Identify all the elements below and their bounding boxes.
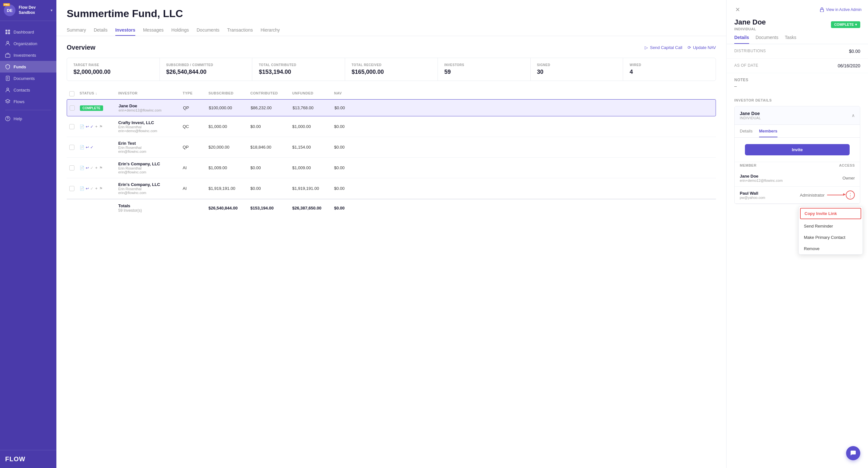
- tab-summary[interactable]: Summary: [67, 25, 86, 36]
- td-type: AI: [180, 165, 206, 170]
- panel-field-asofdate: As of Date 06/16/2020: [726, 59, 868, 73]
- select-all-checkbox[interactable]: [67, 91, 77, 96]
- tab-hierarchy[interactable]: Hierarchy: [261, 25, 280, 36]
- stat-value: $2,000,000.00: [73, 69, 153, 76]
- row-checkbox[interactable]: [67, 124, 77, 129]
- panel-close-button[interactable]: ✕: [733, 5, 742, 14]
- tab-messages[interactable]: Messages: [143, 25, 164, 36]
- dropdown-copy-invite-link[interactable]: Copy Invite Link: [800, 208, 861, 219]
- row-checkbox[interactable]: [67, 186, 77, 191]
- chat-button[interactable]: [846, 446, 860, 460]
- tab-holdings[interactable]: Holdings: [172, 25, 189, 36]
- investor-card-info: Jane Doe INDIVIDUAL: [740, 111, 761, 120]
- row-checkbox[interactable]: [67, 145, 77, 150]
- view-in-active-admin-button[interactable]: View in Active Admin: [820, 7, 862, 12]
- dropdown-make-primary[interactable]: Make Primary Contact: [799, 232, 863, 243]
- notes-value: –: [726, 84, 868, 93]
- chevron-down-icon: ▾: [855, 23, 857, 27]
- icon-flag: ⚑: [99, 186, 103, 191]
- row-checkbox[interactable]: [67, 106, 77, 111]
- tab-details[interactable]: Details: [94, 25, 107, 36]
- member-info: Jane Doe erin+demo12@flowinc.com: [740, 174, 783, 182]
- table-header-row: STATUS ↓ INVESTOR TYPE SUBSCRIBED CONTRI…: [67, 89, 716, 99]
- panel-tab-details[interactable]: Details: [734, 35, 749, 44]
- panel-complete-badge[interactable]: COMPLETE ▾: [831, 21, 860, 28]
- send-capital-call-button[interactable]: ▷ Send Capital Call: [645, 45, 682, 50]
- panel-tab-documents[interactable]: Documents: [755, 35, 778, 44]
- panel-person-info: Jane Doe INDIVIDUAL: [734, 18, 766, 31]
- sidebar-item-contacts[interactable]: Contacts: [0, 84, 56, 96]
- arrow-line: [827, 195, 843, 195]
- table-row[interactable]: 📄 ↩ ✓ ✦ ⚑ Erin's Company, LLC Erin Rosen…: [67, 157, 716, 178]
- investor-email: erin@flowinc.com: [118, 170, 178, 174]
- td-investor: Erin's Company, LLC Erin Rosenthal erin@…: [116, 182, 180, 195]
- td-contributed: $86,232.00: [248, 106, 290, 110]
- stat-wired: WIRED 4: [623, 58, 716, 81]
- investor-name: Crafty Invest, LLC: [118, 120, 178, 125]
- invite-button[interactable]: Invite: [745, 144, 849, 155]
- view-admin-label: View in Active Admin: [826, 7, 862, 12]
- table-row[interactable]: 📄 ↩ ✓ ✦ ⚑ Erin's Company, LLC Erin Rosen…: [67, 178, 716, 199]
- sidebar-item-help[interactable]: Help: [0, 113, 56, 124]
- td-subscribed: $1,919,191.00: [206, 186, 248, 191]
- investor-email: erin@flowinc.com: [118, 191, 178, 195]
- panel-tab-tasks[interactable]: Tasks: [785, 35, 797, 44]
- members-list: Jane Doe erin+demo12@flowinc.com Owner P…: [735, 170, 860, 204]
- sidebar-item-funds[interactable]: Funds: [0, 61, 56, 72]
- th-contributed: CONTRIBUTED: [248, 91, 290, 96]
- td-type: QP: [180, 106, 206, 110]
- svg-rect-1: [8, 30, 10, 32]
- icon-flag: ⚑: [99, 124, 103, 129]
- sidebar-header[interactable]: PRO DE Flow Dev Sandbox ▾: [0, 0, 56, 21]
- chevron-down-icon[interactable]: ▾: [51, 8, 53, 12]
- main-tabs: Summary Details Investors Messages Holdi…: [67, 25, 716, 36]
- tab-documents[interactable]: Documents: [196, 25, 219, 36]
- table-row[interactable]: 📄 ↩ ✓ Erin Test Erin Rosenthal erin@flow…: [67, 137, 716, 157]
- table-row[interactable]: COMPLETE Jane Doe erin+demo12@flowinc.co…: [67, 99, 716, 116]
- sidebar: PRO DE Flow Dev Sandbox ▾ Dashboard Orga…: [0, 0, 56, 468]
- row-checkbox[interactable]: [67, 165, 77, 171]
- investor-sub: Erin Rosenthal: [118, 166, 178, 170]
- td-contributed: $0.00: [248, 124, 290, 129]
- icon-refresh: ↩: [86, 166, 89, 170]
- row-icons: 📄 ↩ ✓ ✦ ⚑: [80, 186, 113, 191]
- sidebar-item-documents[interactable]: Documents: [0, 72, 56, 84]
- member-more-button[interactable]: ⋮: [846, 191, 855, 200]
- icon-check-circle: ✓: [90, 186, 93, 191]
- sidebar-item-investments[interactable]: Investments: [0, 49, 56, 61]
- td-status: 📄 ↩ ✓ ✦ ⚑: [77, 186, 116, 191]
- field-label: Distributions: [734, 49, 766, 53]
- field-value: $0.00: [849, 49, 860, 54]
- update-nav-button[interactable]: ⟳ Update NAV: [688, 45, 716, 50]
- th-nav: NAV: [332, 91, 364, 96]
- investor-card-name: Jane Doe: [740, 111, 761, 116]
- table-row[interactable]: 📄 ↩ ✓ ✦ ⚑ Crafty Invest, LLC Erin Rosent…: [67, 116, 716, 137]
- card-tab-details[interactable]: Details: [740, 128, 753, 137]
- stat-investors: INVESTORS 59: [438, 58, 531, 81]
- dropdown-menu: Copy Invite Link Send Reminder Make Prim…: [798, 206, 863, 255]
- doc-icon: [5, 76, 10, 81]
- tab-investors[interactable]: Investors: [115, 25, 135, 36]
- investor-sub: erin+demo12@flowinc.com: [119, 108, 178, 112]
- stat-value: 59: [444, 69, 524, 76]
- td-nav: $0.00: [332, 106, 364, 110]
- sidebar-item-dashboard[interactable]: Dashboard: [0, 26, 56, 38]
- td-type: QP: [180, 145, 206, 150]
- tab-transactions[interactable]: Transactions: [227, 25, 253, 36]
- stat-value: $153,194.00: [259, 69, 338, 76]
- td-nav: $0.00: [332, 145, 364, 150]
- member-email: erin+demo12@flowinc.com: [740, 179, 783, 182]
- avatar: PRO DE: [4, 4, 16, 16]
- arrow-indicator: [827, 195, 843, 195]
- td-status: COMPLETE: [77, 106, 116, 110]
- td-unfunded: $1,154.00: [290, 145, 332, 150]
- investor-card-header[interactable]: Jane Doe INDIVIDUAL ∧: [735, 106, 860, 125]
- dropdown-send-reminder[interactable]: Send Reminder: [799, 221, 863, 232]
- icon-refresh: ↩: [86, 124, 89, 129]
- sidebar-item-organization[interactable]: Organization: [0, 38, 56, 49]
- dropdown-remove[interactable]: Remove: [799, 243, 863, 254]
- sidebar-item-flows[interactable]: Flows: [0, 96, 56, 107]
- stat-value: $165,000.00: [351, 69, 431, 76]
- stat-label: TOTAL CONTRIBUTED: [259, 63, 338, 67]
- card-tab-members[interactable]: Members: [759, 128, 777, 137]
